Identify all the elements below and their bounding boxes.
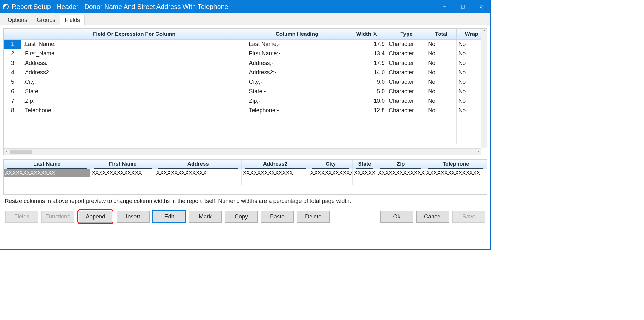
edit-button[interactable]: Edit: [153, 211, 186, 223]
cell-heading[interactable]: Telephone;-: [247, 106, 347, 115]
table-row[interactable]: 3.Address.Address;-17.9CharacterNoNo: [4, 58, 487, 68]
cell-heading[interactable]: Address2;-: [247, 68, 347, 77]
row-number[interactable]: 5: [4, 77, 21, 87]
preview-cell[interactable]: XXXXXX: [353, 169, 377, 177]
cell-type[interactable]: Character: [387, 96, 426, 106]
preview-cell[interactable]: XXXXXXXXXXXXXX: [155, 169, 241, 177]
cell-width[interactable]: 13.4: [347, 49, 387, 58]
cell-width[interactable]: 14.0: [347, 68, 387, 77]
cell-total[interactable]: No: [426, 40, 457, 49]
preview-data-row[interactable]: XXXXXXXXXXXXXXXXXXXXXXXXXXXXXXXXXXXXXXXX…: [4, 169, 487, 177]
cell-total[interactable]: No: [426, 87, 457, 96]
cell-expression[interactable]: .City.: [21, 77, 247, 87]
table-row[interactable]: 2.First_Name.First Name;-13.4CharacterNo…: [4, 49, 487, 58]
grid-horizontal-scrollbar[interactable]: ‹ ›: [4, 148, 481, 155]
row-number[interactable]: 6: [4, 87, 21, 96]
cell-width[interactable]: 5.0: [347, 87, 387, 96]
col-rownum[interactable]: [4, 29, 21, 40]
mark-button[interactable]: Mark: [189, 211, 222, 223]
cell-width[interactable]: 17.9: [347, 40, 387, 49]
scroll-thumb[interactable]: [10, 150, 32, 154]
preview-col-header[interactable]: City: [309, 160, 352, 169]
cell-type[interactable]: Character: [387, 106, 426, 115]
col-type[interactable]: Type: [387, 29, 426, 40]
cell-type[interactable]: Character: [387, 49, 426, 58]
cell-width[interactable]: 10.0: [347, 96, 387, 106]
table-row[interactable]: 8.Telephone.Telephone;-12.8CharacterNoNo: [4, 106, 487, 115]
ok-button[interactable]: Ok: [380, 211, 413, 223]
table-row[interactable]: 6.State.State;-5.0CharacterNoNo: [4, 87, 487, 96]
preview-cell[interactable]: XXXXXXXXXXXXXX: [90, 169, 155, 177]
row-number[interactable]: 8: [4, 106, 21, 115]
tab-groups[interactable]: Groups: [32, 15, 60, 25]
preview-col-header[interactable]: First Name: [90, 160, 155, 169]
cell-total[interactable]: No: [426, 58, 457, 68]
cell-expression[interactable]: .Address2.: [21, 68, 247, 77]
col-total[interactable]: Total: [426, 29, 457, 40]
cell-heading[interactable]: Address;-: [247, 58, 347, 68]
col-heading[interactable]: Column Heading: [247, 29, 347, 40]
cell-expression[interactable]: .Telephone.: [21, 106, 247, 115]
preview-header-row[interactable]: Last NameFirst NameAddressAddress2CitySt…: [4, 160, 487, 169]
cell-expression[interactable]: .First_Name.: [21, 49, 247, 58]
cell-total[interactable]: No: [426, 106, 457, 115]
row-number[interactable]: 2: [4, 49, 21, 58]
cell-width[interactable]: 9.0: [347, 77, 387, 87]
tab-options[interactable]: Options: [3, 15, 32, 25]
preview-cell[interactable]: XXXXXXXXXXXXXXX: [377, 169, 425, 177]
cell-type[interactable]: Character: [387, 40, 426, 49]
paste-button[interactable]: Paste: [261, 211, 294, 223]
cell-heading[interactable]: Zip;-: [247, 96, 347, 106]
grid-vertical-scrollbar[interactable]: ⌃ ⌄: [481, 29, 487, 148]
delete-button[interactable]: Delete: [297, 211, 330, 223]
preview-cell[interactable]: XXXXXXXXXXXXXX: [4, 169, 90, 177]
cell-expression[interactable]: .Last_Name.: [21, 40, 247, 49]
table-row[interactable]: 4.Address2.Address2;-14.0CharacterNoNo: [4, 68, 487, 77]
cell-heading[interactable]: First Name;-: [247, 49, 347, 58]
preview-col-header[interactable]: Last Name: [4, 160, 90, 169]
table-row[interactable]: 7.Zip.Zip;-10.0CharacterNoNo: [4, 96, 487, 106]
cell-type[interactable]: Character: [387, 68, 426, 77]
cell-total[interactable]: No: [426, 96, 457, 106]
save-button[interactable]: Save: [452, 211, 485, 223]
close-button[interactable]: [472, 0, 490, 13]
minimize-button[interactable]: [435, 0, 454, 13]
row-number[interactable]: 1: [4, 40, 21, 49]
preview-cell[interactable]: XXXXXXXXXXXXX: [309, 169, 352, 177]
fields-table[interactable]: Field Or Expression For Column Column He…: [4, 29, 487, 144]
preview-col-header[interactable]: Address: [155, 160, 241, 169]
preview-col-header[interactable]: State: [353, 160, 377, 169]
cell-width[interactable]: 12.8: [347, 106, 387, 115]
cell-width[interactable]: 17.9: [347, 58, 387, 68]
preview-cell[interactable]: XXXXXXXXXXXXXX: [242, 169, 309, 177]
cell-expression[interactable]: .Zip.: [21, 96, 247, 106]
preview-col-header[interactable]: Telephone: [425, 160, 487, 169]
preview-col-header[interactable]: Address2: [242, 160, 309, 169]
col-expression[interactable]: Field Or Expression For Column: [21, 29, 247, 40]
table-row[interactable]: 1.Last_Name.Last Name;-17.9CharacterNoNo: [4, 40, 487, 49]
cell-expression[interactable]: .Address.: [21, 58, 247, 68]
preview-cell[interactable]: XXXXXXXXXXXXXXX: [425, 169, 487, 177]
cell-type[interactable]: Character: [387, 87, 426, 96]
col-width[interactable]: Width %: [347, 29, 387, 40]
row-number[interactable]: 7: [4, 96, 21, 106]
append-button[interactable]: Append: [79, 211, 112, 223]
cell-heading[interactable]: Last Name;-: [247, 40, 347, 49]
cell-type[interactable]: Character: [387, 77, 426, 87]
table-row[interactable]: 5.City.City;-9.0CharacterNoNo: [4, 77, 487, 87]
fields-button[interactable]: Fields: [5, 211, 38, 223]
maximize-button[interactable]: [454, 0, 472, 13]
copy-button[interactable]: Copy: [225, 211, 258, 223]
cell-total[interactable]: No: [426, 77, 457, 87]
cell-expression[interactable]: .State.: [21, 87, 247, 96]
row-number[interactable]: 4: [4, 68, 21, 77]
cell-total[interactable]: No: [426, 49, 457, 58]
preview-col-header[interactable]: Zip: [377, 160, 425, 169]
functions-button[interactable]: Functions: [41, 211, 74, 223]
preview-table[interactable]: Last NameFirst NameAddressAddress2CitySt…: [4, 160, 487, 185]
cell-total[interactable]: No: [426, 68, 457, 77]
cell-type[interactable]: Character: [387, 58, 426, 68]
row-number[interactable]: 3: [4, 58, 21, 68]
tab-fields[interactable]: Fields: [60, 15, 85, 25]
cancel-button[interactable]: Cancel: [416, 211, 449, 223]
